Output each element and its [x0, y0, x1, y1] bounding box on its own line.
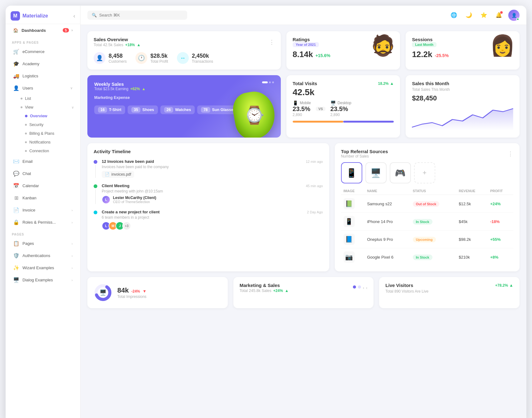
sidebar-item-connection[interactable]: Connection [21, 147, 78, 155]
live-subtitle: Total 890 Visitors Are Live [385, 289, 513, 294]
table-row: 📱 iPhone 14 Pro In Stock $45k -18% [341, 213, 513, 231]
sessions-card: Sessions Last Month 12.2k -25.5% 👩 [406, 31, 520, 70]
sidebar-item-kanban[interactable]: ⊞ Kanban [8, 192, 78, 204]
impressions-card: 🖥️ 84k -24% ▼ Total Impressions [87, 277, 228, 308]
timeline-desc-3: 6 team members in a project [102, 215, 323, 220]
device-gamepad[interactable]: 🎮 [390, 162, 411, 183]
profit-pixel: +8% [488, 248, 513, 266]
product-img-samsung: 📗 [344, 198, 355, 209]
watch-image: ⌚ [231, 88, 278, 138]
roles-icon: 🔒 [13, 219, 19, 225]
sales-overview-menu[interactable]: ⋮ [269, 39, 275, 46]
sidebar-item-security[interactable]: Security [21, 120, 78, 129]
section-label-apps: APPS & PAGES [6, 36, 80, 46]
sidebar-item-chat[interactable]: 💬 Chat [8, 168, 78, 179]
timeline-title-2: Client Meeting [102, 183, 129, 188]
impressions-down-arrow: ▼ [143, 289, 147, 294]
sidebar-item-dialog[interactable]: 🖥️ Dialog Examples › [8, 274, 78, 286]
sidebar-item-pages[interactable]: 📋 Pages › [8, 238, 78, 249]
sidebar-item-users[interactable]: 👤 Users ∨ [8, 82, 78, 94]
device-iphone[interactable]: 📱 [341, 162, 362, 183]
favorites-button[interactable]: ⭐ [478, 10, 489, 21]
marketing-next-icon[interactable]: › [363, 285, 364, 290]
profit-iphone: -18% [488, 213, 513, 231]
sales-overview-title: Sales Overview [94, 37, 141, 42]
sidebar-item-users-view[interactable]: View ∨ [17, 103, 78, 112]
user-avatar[interactable]: 👤 [508, 10, 520, 21]
live-badge: +78.2% [495, 283, 508, 288]
ratings-title: Ratings [293, 37, 330, 42]
sidebar-item-overview[interactable]: Overview [21, 112, 78, 120]
dashboard-label: Dashboards [22, 28, 46, 33]
sales-month-title: Sales this Month [412, 81, 513, 86]
product-img-iphone: 📱 [344, 216, 355, 227]
marketing-prev-icon[interactable]: ‹ [366, 285, 367, 290]
sidebar-item-email[interactable]: ✉️ Email [8, 156, 78, 167]
moon-icon: 🌙 [466, 12, 472, 18]
pages-icon: 📋 [13, 241, 19, 246]
notifications-button[interactable]: 🔔 [493, 10, 504, 21]
wizard-icon: ✨ [13, 265, 19, 271]
impressions-label: Total Impressions [117, 294, 147, 299]
sidebar-item-calendar[interactable]: 📅 Calendar [8, 180, 78, 192]
revenue-samsung: $12.5k [456, 195, 488, 213]
sidebar-item-notifications[interactable]: Notifications [21, 138, 78, 147]
users-icon: 👤 [13, 85, 19, 91]
desktop-pct: 23.5% [330, 105, 351, 113]
dark-mode-button[interactable]: 🌙 [463, 10, 474, 21]
device-imac[interactable]: 🖥️ [365, 162, 387, 183]
total-visits-value: 42.5k [293, 87, 394, 97]
kanban-label: Kanban [22, 196, 73, 200]
sidebar-item-billing[interactable]: Billing & Plans [21, 129, 78, 138]
avatar-initials: 👤 [511, 13, 517, 18]
pages-arrow-icon: › [71, 242, 73, 245]
sidebar-item-users-list[interactable]: List [17, 94, 78, 103]
weekly-sales-card: Weekly Sales Total $23.5k Earning +62% ▲ [87, 75, 281, 138]
sidebar-item-invoice[interactable]: 📄 Invoice › [8, 204, 78, 216]
sidebar-item-auth[interactable]: 🛡️ Authentications › [8, 250, 78, 261]
timeline-item-1: 12 Invoices have been paid 12 min ago In… [94, 159, 323, 178]
mobile-pct: 23.5% [293, 105, 311, 113]
sales-month-value: $28,450 [412, 94, 513, 102]
dialog-arrow-icon: › [71, 278, 73, 282]
sidebar-item-academy[interactable]: 🎓 Academy [8, 58, 78, 70]
mobile-progress [293, 121, 343, 123]
overview-dot-icon [25, 115, 27, 117]
auth-label: Authentications [22, 253, 68, 258]
online-status-dot [516, 18, 519, 21]
sidebar-item-logistics[interactable]: 🚚 Logistics [8, 70, 78, 82]
bottom-row: 🖥️ 84k -24% ▼ Total Impressions [87, 277, 520, 308]
mktg-dot-2 [358, 285, 361, 289]
referral-table: IMAGE NAME STATUS REVENUE PROFIT 📗 Samsu… [341, 187, 513, 266]
device-add-button[interactable]: + [414, 162, 435, 183]
team-avatars: L M J +3 [102, 221, 323, 230]
sidebar-item-roles[interactable]: 🔒 Roles & Permiss... › [8, 216, 78, 228]
timeline-attachment-1[interactable]: 📄 invoices.pdf [102, 171, 134, 178]
dialog-label: Dialog Examples [22, 278, 68, 282]
search-box[interactable]: 🔍 [87, 11, 187, 20]
sidebar-item-ecommerce[interactable]: 🛒 eCommerce [8, 46, 78, 57]
auth-icon: 🛡️ [13, 253, 19, 259]
referral-menu[interactable]: ⋮ [508, 150, 513, 157]
activity-timeline-card: Activity Timeline 12 Invoices have been … [87, 143, 329, 271]
status-oneplus: Upcoming [413, 237, 436, 242]
timeline-time-1: 12 min ago [306, 160, 323, 163]
customers-value: 8,458 [109, 53, 127, 59]
sidebar-collapse-button[interactable]: ‹ [73, 13, 75, 19]
mobile-count: 2,890 [293, 113, 311, 117]
dot-inactive-icon-1 [269, 81, 271, 83]
translate-button[interactable]: 🌐 [448, 10, 459, 21]
overview-label: Overview [30, 114, 47, 118]
row-1: Sales Overview Total 42.5k Sales +18% ▲ … [87, 31, 520, 70]
sidebar-item-wizard[interactable]: ✨ Wizard Examples › [8, 262, 78, 274]
auth-arrow-icon: › [71, 254, 73, 258]
search-input[interactable] [99, 13, 183, 17]
security-dot-icon [25, 124, 27, 126]
dialog-icon: 🖥️ [13, 277, 19, 283]
sunglasses-num: 78 [201, 107, 210, 113]
person-role-2: CEO of ThemeSelection [113, 200, 156, 204]
wizard-arrow-icon: › [71, 266, 73, 270]
ratings-badge: Year of 2021 [293, 42, 319, 47]
product-name-iphone: iPhone 14 Pro [364, 213, 410, 231]
sidebar-item-dashboards[interactable]: 🏠 Dashboards 5 › [8, 25, 78, 36]
